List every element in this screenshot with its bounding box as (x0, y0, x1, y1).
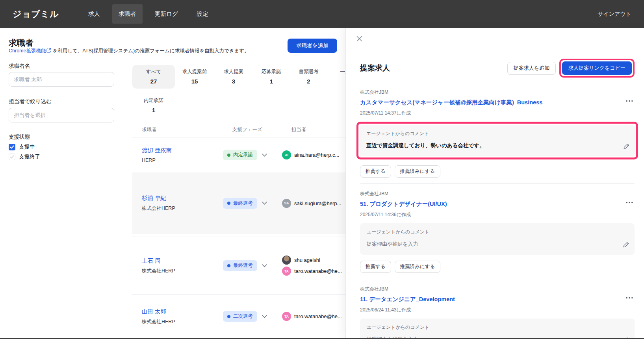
stat-tab-all[interactable]: すべて 27 (132, 65, 175, 89)
seeker-name-link[interactable]: 山田 太郎 (142, 308, 223, 315)
stat-tab-before-proposal[interactable]: 求人提案前 15 (175, 65, 214, 89)
app-window: ジョブミル 求人 求職者 更新ログ 設定 サインアウト 求職者 Chrome拡張… (0, 0, 644, 339)
seeker-company: HERP (142, 157, 223, 163)
seeker-name-input[interactable] (9, 72, 114, 87)
agent-comment-box[interactable]: エージェントからのコメント 提案理由や補足を入力 (360, 319, 635, 339)
annotation-highlight-copy-button: 求人提案リンクをコピー (559, 59, 635, 78)
table-row: 渡辺 亜依南 HERP 内定承諾 AI aina.hara@herp.c... (132, 137, 345, 172)
col-phase: 支援フェーズ (232, 126, 262, 133)
external-link-icon (46, 48, 51, 54)
agent-comment-label: エージェントからのコメント (367, 229, 619, 235)
drawer-title: 提案求人 (360, 63, 390, 73)
kebab-menu-icon[interactable] (626, 98, 633, 102)
assignee-item: AI aina.hara@herp.c... (282, 150, 345, 159)
chevron-down-icon[interactable] (262, 154, 267, 157)
job-created-date: 2025/07/11 14:36に作成 (360, 211, 635, 218)
annotation-highlight-comment: エージェントからのコメント 直近で資金調達しており、勢いのある会社です。 (356, 122, 638, 159)
job-title-link[interactable]: 51. プロダクトデザイナー(UI/UX) (360, 200, 612, 208)
support-status-label: 支援状態 (9, 133, 30, 141)
stat-tab-first-screening[interactable]: 一次 (327, 65, 345, 89)
phase-badge[interactable]: 内定承諾 (223, 150, 257, 160)
stat-tab-document-screening[interactable]: 書類選考 2 (290, 65, 327, 89)
job-created-date: 2025/07/11 14:37に作成 (360, 110, 635, 117)
agent-comment-label: エージェントからのコメント (366, 130, 619, 137)
avatar-photo (282, 256, 291, 265)
job-company: 株式会社JBM (360, 191, 635, 197)
avatar: AI (282, 150, 291, 159)
job-card: 株式会社JBM 51. プロダクトデザイナー(UI/UX) 2025/07/11… (360, 183, 635, 279)
seeker-name-label: 求職者名 (9, 63, 30, 70)
phase-badge[interactable]: 二次選考 (223, 311, 257, 322)
pencil-icon[interactable] (623, 242, 629, 249)
seeker-name-link[interactable]: 上石 周 (142, 257, 223, 265)
copy-proposal-link-button[interactable]: 求人提案リンクをコピー (562, 61, 632, 75)
kebab-menu-icon[interactable] (626, 200, 633, 204)
status-dot-icon (227, 264, 230, 267)
col-assignee: 担当者 (291, 126, 306, 133)
checkbox-unchecked-icon (9, 154, 15, 160)
nav-item-settings[interactable]: 設定 (190, 4, 215, 24)
add-proposed-job-button[interactable]: 提案求人を追加 (507, 62, 556, 75)
chevron-down-icon[interactable] (262, 264, 267, 267)
status-dot-icon (227, 154, 230, 157)
checkbox-checked-icon (9, 144, 15, 150)
stat-tab-application-accepted[interactable]: 応募承諾 1 (253, 65, 290, 89)
phase-badge[interactable]: 最終選考 (223, 260, 257, 271)
status-dot-icon (227, 315, 230, 318)
job-title-link[interactable]: 11. データエンジニア_Development (360, 296, 612, 303)
job-card: 株式会社JBM 11. データエンジニア_Development 2025/06… (360, 279, 635, 339)
close-icon[interactable] (354, 33, 364, 44)
assignee-filter-label: 担当者で絞り込む (9, 98, 52, 105)
seeker-name-link[interactable]: 杉浦 早紀 (142, 195, 223, 202)
nav-item-jobs[interactable]: 求人 (82, 4, 107, 24)
seeker-company: 株式会社HERP (142, 268, 223, 274)
recommend-button[interactable]: 推薦する (360, 165, 391, 178)
job-company: 株式会社JBM (360, 286, 635, 293)
job-created-date: 2025/06/24 11:43に作成 (360, 307, 635, 313)
phase-badge[interactable]: 最終選考 (223, 198, 257, 209)
assignee-item: TA taro.watanabe@he... (282, 267, 345, 276)
job-card: 株式会社JBM カスタマーサクセス(マネージャー候補@採用企業向け事業)_Bus… (360, 82, 635, 183)
col-seeker: 求職者 (142, 126, 157, 133)
agent-comment-label: エージェントからのコメント (367, 324, 619, 331)
assignee-item: SA saki.sugiura@herp... (282, 199, 345, 208)
nav-item-update-log[interactable]: 更新ログ (148, 4, 185, 24)
proposed-job-cards: 株式会社JBM カスタマーサクセス(マネージャー候補@採用企業向け事業)_Bus… (360, 82, 635, 339)
job-title-link[interactable]: カスタマーサクセス(マネージャー候補@採用企業向け事業)_Business (360, 99, 612, 106)
assignee-item: shu ageishi (282, 256, 345, 265)
avatar: SA (282, 199, 291, 208)
nav-item-seekers[interactable]: 求職者 (112, 4, 143, 24)
avatar: TA (282, 267, 291, 276)
seeker-name-link[interactable]: 渡辺 亜依南 (142, 147, 223, 154)
checkbox-support-ended[interactable]: 支援終了 (9, 153, 40, 160)
seeker-company: 株式会社HERP (142, 319, 223, 325)
seeker-company: 株式会社HERP (142, 205, 223, 212)
job-company: 株式会社JBM (360, 89, 635, 96)
stat-tab-proposal[interactable]: 求人提案 3 (214, 65, 253, 89)
filters-panel: 求職者 Chrome拡張機能を利用して、ATS(採用管理システム)の推薦フォーム… (9, 28, 127, 48)
signout-link[interactable]: サインアウト (598, 11, 631, 18)
agent-comment-box[interactable]: エージェントからのコメント 直近で資金調達しており、勢いのある会社です。 (360, 125, 635, 156)
assignee-item: TA taro.watanabe@he... (282, 312, 345, 321)
status-dot-icon (227, 202, 230, 205)
checkbox-label: 支援終了 (19, 153, 40, 160)
table-row-selected: 杉浦 早紀 株式会社HERP 最終選考 SA saki.sugiura@herp… (132, 172, 345, 234)
mark-recommended-button[interactable]: 推薦済みにする (395, 261, 441, 273)
chevron-down-icon[interactable] (262, 202, 267, 205)
kebab-menu-icon[interactable] (626, 295, 633, 299)
recommend-button[interactable]: 推薦する (360, 261, 391, 273)
brand-logo: ジョブミル (13, 8, 59, 20)
chrome-extension-link[interactable]: Chrome拡張機能 (9, 48, 46, 54)
chevron-down-icon[interactable] (262, 315, 267, 318)
mark-recommended-button[interactable]: 推薦済みにする (395, 165, 441, 178)
phase-stats: すべて 27 求人提案前 15 求人提案 3 応募承諾 1 書類選考 2 一次 (132, 65, 345, 117)
top-nav: ジョブミル 求人 求職者 更新ログ 設定 サインアウト (0, 0, 644, 28)
table-row: 山田 太郎 株式会社HERP 二次選考 TA taro.watanabe@he.… (132, 295, 345, 338)
stat-tab-offer-accepted[interactable]: 内定承諾 1 (132, 94, 175, 117)
checkbox-supporting[interactable]: 支援中 (9, 143, 35, 150)
pencil-icon[interactable] (624, 143, 629, 151)
agent-comment-box[interactable]: エージェントからのコメント 提案理由や補足を入力 (360, 223, 635, 255)
assignee-select-input[interactable] (9, 108, 114, 122)
page-title: 求職者 (9, 37, 127, 48)
avatar: TA (282, 312, 291, 321)
